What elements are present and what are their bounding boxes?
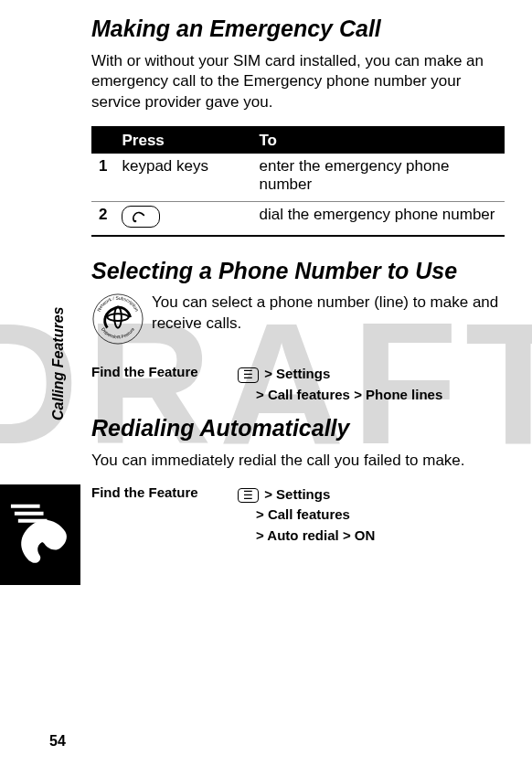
heading-selecting-number: Selecting a Phone Number to Use [91, 259, 505, 284]
heading-redialing-auto: Redialing Automatically [91, 416, 505, 442]
path-segment: > Call features [256, 506, 350, 522]
press-cell [114, 202, 251, 236]
to-cell: dial the emergency phone number [251, 202, 505, 236]
svg-point-3 [134, 219, 137, 222]
menu-key-icon: ☰ [238, 488, 259, 503]
send-key-icon [122, 206, 160, 228]
to-cell: enter the emergency phone number [251, 154, 505, 202]
svg-text:Network / Subscription: Network / Subscription [96, 295, 141, 313]
feature-path: ☰ > Settings > Call features > Phone lin… [238, 364, 505, 405]
table-row: 2 dial the emergency phone number [91, 202, 505, 236]
press-cell: keypad keys [114, 154, 251, 202]
press-to-table: Press To 1 keypad keys enter the emergen… [91, 126, 505, 237]
path-segment: > Auto redial > ON [256, 527, 375, 543]
table-header-to: To [251, 127, 505, 154]
step-number: 2 [91, 202, 114, 236]
feature-path: ☰ > Settings > Call features > Auto redi… [238, 484, 505, 547]
table-row: 1 keypad keys enter the emergency phone … [91, 154, 505, 202]
page-content: Making an Emergency Call With or without… [0, 0, 532, 766]
find-the-feature-label: Find the Feature [91, 484, 238, 500]
intro-emergency-call: With or without your SIM card installed,… [91, 51, 505, 114]
table-header-press: Press [114, 127, 251, 154]
find-the-feature-label: Find the Feature [91, 364, 238, 379]
svg-point-7 [107, 314, 128, 322]
heading-emergency-call: Making an Emergency Call [91, 16, 505, 42]
menu-key-icon: ☰ [238, 367, 259, 382]
path-segment: > Call features > Phone lines [256, 387, 442, 402]
intro-redialing-auto: You can immediately redial the call you … [91, 451, 505, 472]
svg-point-8 [114, 307, 122, 328]
step-number: 1 [91, 154, 114, 202]
path-segment: > Settings [264, 486, 330, 502]
intro-selecting-number: You can select a phone number (line) to … [152, 293, 505, 335]
path-segment: > Settings [264, 366, 330, 381]
network-subscription-dependent-icon: Network / Subscription Dependent Feature [91, 293, 144, 346]
